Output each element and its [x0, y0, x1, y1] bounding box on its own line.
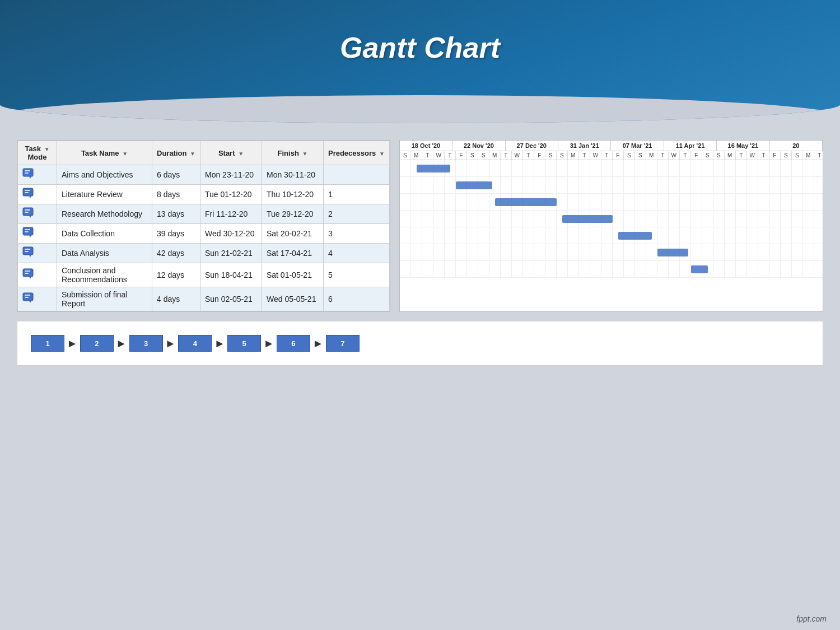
content-area: Task ▼Mode Task Name ▼ Duration ▼ Start …	[17, 123, 823, 585]
legend-arrow: ►	[116, 337, 127, 350]
gantt-date-header: 07 Mar '21	[611, 141, 664, 151]
gantt-day-header: T	[657, 151, 669, 160]
gantt-cell	[769, 194, 781, 211]
gantt-cell	[635, 261, 646, 278]
gantt-bar	[495, 198, 557, 206]
gantt-cell	[781, 211, 792, 227]
gantt-cell	[501, 261, 512, 278]
gantt-cell	[523, 244, 534, 261]
task-name-cell: Aims and Objectives	[57, 165, 152, 185]
gantt-cell	[781, 194, 792, 211]
svg-rect-22	[25, 270, 30, 272]
gantt-cell	[646, 194, 657, 211]
gantt-cell	[489, 261, 501, 278]
start-cell: Wed 30-12-20	[200, 224, 262, 244]
svg-rect-3	[25, 172, 29, 174]
gantt-cell	[803, 177, 814, 194]
gantt-cell	[702, 177, 713, 194]
gantt-cell	[657, 177, 669, 194]
col-header-duration[interactable]: Duration ▼	[152, 141, 200, 165]
gantt-cell	[445, 194, 456, 211]
gantt-cell	[803, 211, 814, 227]
gantt-cell	[814, 261, 823, 278]
gantt-cell	[590, 227, 601, 244]
gantt-cell	[792, 177, 803, 194]
gantt-cell	[635, 177, 646, 194]
gantt-cell	[613, 211, 624, 227]
col-header-start[interactable]: Start ▼	[200, 141, 262, 165]
svg-rect-6	[25, 190, 30, 191]
gantt-cell	[646, 160, 657, 177]
gantt-day-header: W	[512, 151, 523, 160]
task-mode-cell	[18, 287, 57, 311]
gantt-cell	[702, 194, 713, 211]
legend-box-5: 5	[227, 335, 261, 352]
gantt-cell	[523, 261, 534, 278]
gantt-date-header: 20	[770, 141, 823, 151]
gantt-cell	[747, 261, 758, 278]
task-mode-cell	[18, 165, 57, 185]
gantt-cell	[545, 211, 557, 227]
gantt-day-header: F	[613, 151, 624, 160]
gantt-day-header: F	[769, 151, 781, 160]
gantt-cell	[422, 177, 433, 194]
gantt-cell	[736, 261, 747, 278]
gantt-cell	[769, 211, 781, 227]
gantt-cell	[411, 177, 422, 194]
gantt-cell	[646, 177, 657, 194]
gantt-cell	[456, 244, 467, 261]
gantt-cell	[680, 211, 691, 227]
col-header-predecessors[interactable]: Predecessors ▼	[323, 141, 389, 165]
gantt-cell	[624, 177, 635, 194]
gantt-cell	[433, 261, 445, 278]
gantt-cell	[792, 227, 803, 244]
gantt-cell	[501, 244, 512, 261]
gantt-cell	[736, 244, 747, 261]
gantt-date-header: 18 Oct '20	[400, 141, 452, 151]
task-name-cell: Conclusion and Recommendations	[57, 263, 152, 287]
gantt-day-header: W	[669, 151, 680, 160]
task-icon	[22, 168, 35, 181]
gantt-row	[400, 227, 823, 244]
gantt-cell	[601, 194, 613, 211]
gantt-cell	[635, 211, 646, 227]
col-header-finish[interactable]: Finish ▼	[262, 141, 323, 165]
table-row: Conclusion and Recommendations 12 days S…	[18, 263, 390, 287]
main-row: Task ▼Mode Task Name ▼ Duration ▼ Start …	[17, 140, 823, 312]
gantt-date-header: 16 May '21	[717, 141, 769, 151]
table-row: Data Analysis 42 days Sun 21-02-21 Sat 1…	[18, 244, 390, 263]
gantt-cell	[691, 194, 702, 211]
gantt-cell	[669, 194, 680, 211]
svg-rect-14	[25, 229, 30, 230]
gantt-cell	[680, 177, 691, 194]
start-cell: Sun 02-05-21	[200, 287, 262, 311]
table-row: Data Collection 39 days Wed 30-12-20 Sat…	[18, 224, 390, 244]
col-header-task-mode[interactable]: Task ▼Mode	[18, 141, 57, 165]
gantt-cell	[758, 211, 769, 227]
gantt-day-header: M	[725, 151, 736, 160]
gantt-cell	[545, 261, 557, 278]
gantt-day-header: F	[691, 151, 702, 160]
start-cell: Sun 21-02-21	[200, 244, 262, 263]
gantt-cell	[736, 177, 747, 194]
col-header-task-name[interactable]: Task Name ▼	[57, 141, 152, 165]
gantt-cell	[568, 160, 579, 177]
gantt-cell	[489, 211, 501, 227]
gantt-day-header: T	[445, 151, 456, 160]
gantt-cell	[680, 227, 691, 244]
gantt-cell	[478, 261, 489, 278]
gantt-cell	[725, 177, 736, 194]
gantt-cell	[557, 177, 568, 194]
gantt-cell	[512, 177, 523, 194]
gantt-cell	[433, 177, 445, 194]
gantt-bar	[562, 215, 613, 223]
gantt-cell	[713, 160, 725, 177]
gantt-bar	[691, 265, 708, 273]
gantt-date-header: 27 Dec '20	[506, 141, 558, 151]
gantt-cell	[635, 160, 646, 177]
duration-cell: 4 days	[152, 287, 200, 311]
gantt-cell	[445, 244, 456, 261]
gantt-day-header: M	[646, 151, 657, 160]
gantt-day-header: T	[814, 151, 823, 160]
gantt-row	[400, 177, 823, 194]
